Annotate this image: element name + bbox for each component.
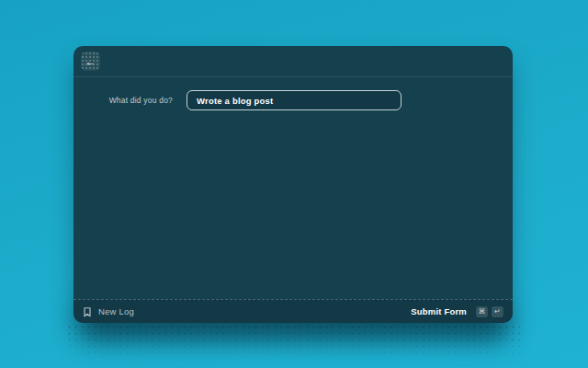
submit-form-action[interactable]: Submit Form ⌘ ↵	[411, 306, 503, 317]
command-name: New Log	[98, 306, 134, 316]
return-key-icon: ↵	[492, 306, 503, 317]
desktop-background: ← What did you do? New Log Submit Form ⌘	[0, 0, 588, 368]
command-info[interactable]: New Log	[83, 306, 134, 317]
window-footer: New Log Submit Form ⌘ ↵	[74, 299, 513, 323]
bookmark-icon	[83, 306, 92, 317]
back-arrow-icon: ←	[85, 56, 96, 67]
submit-form-label: Submit Form	[411, 306, 467, 316]
field-label: What did you do?	[74, 96, 173, 105]
command-window: ← What did you do? New Log Submit Form ⌘	[74, 46, 513, 323]
form-row: What did you do?	[74, 90, 513, 110]
command-key-icon: ⌘	[476, 306, 488, 317]
window-header: ←	[74, 46, 513, 77]
text-field[interactable]	[187, 90, 401, 110]
back-button[interactable]: ←	[81, 52, 100, 71]
form-area: What did you do?	[74, 77, 513, 299]
halftone-dots-texture	[66, 324, 520, 362]
